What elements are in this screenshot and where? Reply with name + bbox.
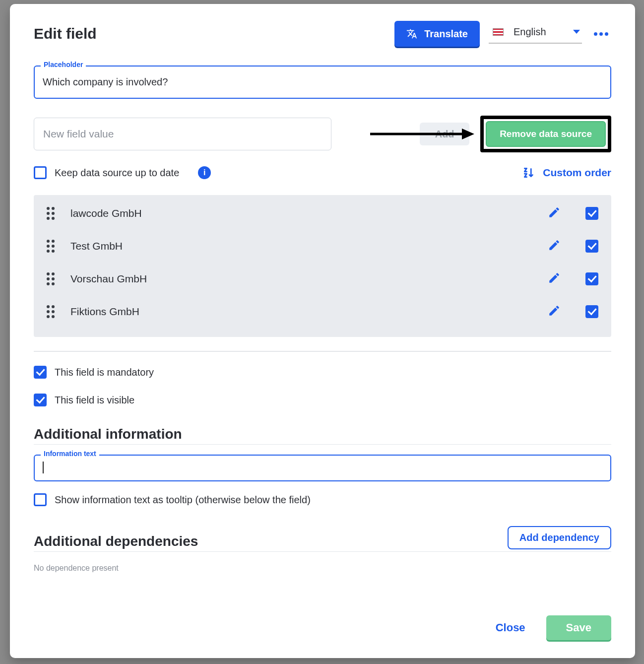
drag-handle-icon[interactable]	[47, 207, 57, 220]
dialog-footer: Close Save	[10, 596, 635, 658]
value-enabled-checkbox[interactable]	[585, 207, 598, 220]
dialog-header: Edit field Translate English	[10, 4, 635, 52]
edit-value-button[interactable]	[548, 206, 561, 221]
info-icon[interactable]: i	[198, 166, 211, 179]
placeholder-field[interactable]: Placeholder	[34, 66, 611, 99]
text-caret	[43, 462, 44, 473]
keep-up-to-date-checkbox[interactable]	[34, 166, 47, 179]
mandatory-row: This field is mandatory	[34, 366, 611, 379]
tooltip-label: Show information text as tooltip (otherw…	[55, 494, 311, 506]
placeholder-input[interactable]	[35, 66, 610, 98]
translate-button[interactable]: Translate	[394, 21, 480, 47]
value-label: Test GmbH	[70, 240, 534, 252]
visible-checkbox[interactable]	[34, 394, 47, 406]
information-text-input[interactable]	[35, 456, 610, 480]
value-label: lawcode GmbH	[70, 207, 534, 219]
tooltip-checkbox[interactable]	[34, 493, 47, 506]
save-button[interactable]: Save	[546, 615, 611, 640]
add-value-button[interactable]: Add	[420, 123, 469, 145]
language-select[interactable]: English	[489, 24, 582, 44]
value-item: Test GmbH	[34, 230, 611, 263]
visible-row: This field is visible	[34, 394, 611, 406]
translate-label: Translate	[424, 28, 468, 40]
pencil-icon	[548, 239, 561, 252]
edit-value-button[interactable]	[548, 271, 561, 286]
value-label: Vorschau GmbH	[70, 273, 534, 285]
mandatory-checkbox[interactable]	[34, 366, 47, 379]
pencil-icon	[548, 206, 561, 219]
value-item: lawcode GmbH	[34, 197, 611, 230]
value-list: lawcode GmbHTest GmbHVorschau GmbHFiktio…	[34, 195, 611, 337]
additional-dependencies-title: Additional dependencies	[34, 533, 198, 549]
close-button[interactable]: Close	[493, 621, 528, 635]
sort-az-icon	[523, 166, 536, 179]
value-item: Vorschau GmbH	[34, 263, 611, 295]
visible-label: This field is visible	[55, 395, 134, 406]
drag-handle-icon[interactable]	[47, 305, 57, 318]
edit-value-button[interactable]	[548, 304, 561, 319]
information-text-field[interactable]: Information text	[34, 455, 611, 481]
value-label: Fiktions GmbH	[70, 306, 534, 318]
keep-up-to-date-label: Keep data source up to date	[55, 167, 179, 179]
value-item: Fiktions GmbH	[34, 295, 611, 328]
new-value-row: New field value Add Remove data source	[34, 116, 611, 152]
value-enabled-checkbox[interactable]	[585, 240, 598, 253]
flag-icon	[493, 28, 504, 36]
drag-handle-icon[interactable]	[47, 272, 57, 285]
additional-information-title: Additional information	[34, 426, 611, 445]
translate-icon	[406, 28, 417, 39]
edit-value-button[interactable]	[548, 239, 561, 254]
edit-field-dialog: Edit field Translate English Placeholder	[10, 4, 635, 658]
pencil-icon	[548, 304, 561, 317]
pencil-icon	[548, 271, 561, 284]
add-dependency-button[interactable]: Add dependency	[508, 526, 611, 549]
language-name: English	[514, 26, 546, 38]
dialog-title: Edit field	[34, 25, 97, 42]
custom-order-button[interactable]: Custom order	[523, 166, 611, 179]
value-enabled-checkbox[interactable]	[585, 305, 598, 318]
no-dependency-label: No dependence present	[34, 564, 611, 573]
mandatory-label: This field is mandatory	[55, 367, 154, 378]
keep-up-to-date-row: Keep data source up to date i	[34, 166, 211, 179]
chevron-down-icon	[573, 30, 580, 34]
remove-data-source-highlight: Remove data source	[480, 116, 611, 152]
dialog-body: Placeholder New field value Add Remove d…	[10, 52, 635, 596]
divider	[34, 351, 611, 352]
header-actions: Translate English	[394, 21, 611, 47]
more-menu-button[interactable]	[591, 32, 611, 36]
remove-data-source-button[interactable]: Remove data source	[486, 121, 606, 147]
custom-order-label: Custom order	[543, 167, 611, 179]
drag-handle-icon[interactable]	[47, 240, 57, 253]
placeholder-legend: Placeholder	[41, 61, 86, 68]
tooltip-row: Show information text as tooltip (otherw…	[34, 493, 611, 506]
new-value-input[interactable]: New field value	[34, 118, 331, 150]
value-enabled-checkbox[interactable]	[585, 272, 598, 285]
